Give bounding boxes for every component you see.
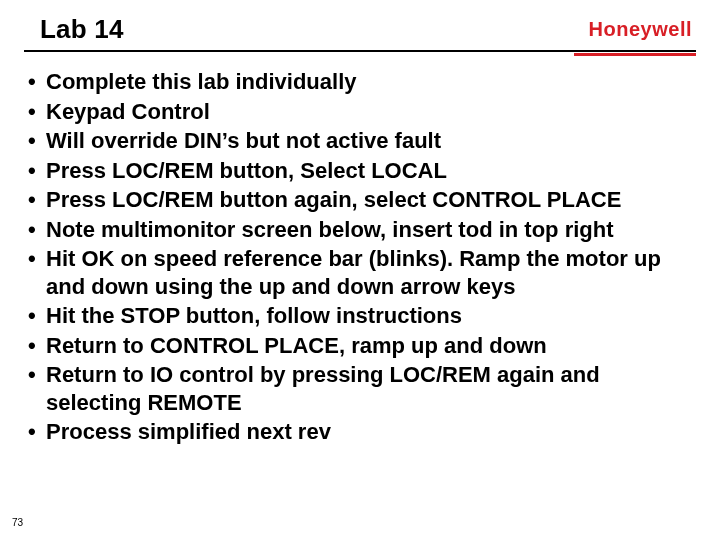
brand-wordmark: Honeywell [589, 18, 692, 41]
page-title: Lab 14 [40, 14, 124, 45]
bullet-list: Complete this lab individually Keypad Co… [28, 68, 692, 446]
list-item: Keypad Control [28, 98, 692, 126]
list-item: Process simplified next rev [28, 418, 692, 446]
list-item: Will override DIN’s but not active fault [28, 127, 692, 155]
list-item: Press LOC/REM button, Select LOCAL [28, 157, 692, 185]
header: Lab 14 Honeywell [0, 0, 720, 50]
list-item: Complete this lab individually [28, 68, 692, 96]
list-item: Hit OK on speed reference bar (blinks). … [28, 245, 692, 300]
content: Complete this lab individually Keypad Co… [28, 66, 692, 448]
list-item: Note multimonitor screen below, insert t… [28, 216, 692, 244]
page-number: 73 [12, 517, 23, 528]
divider-dark [24, 50, 696, 52]
slide: Lab 14 Honeywell Complete this lab indiv… [0, 0, 720, 540]
list-item: Press LOC/REM button again, select CONTR… [28, 186, 692, 214]
list-item: Return to CONTROL PLACE, ramp up and dow… [28, 332, 692, 360]
list-item: Hit the STOP button, follow instructions [28, 302, 692, 330]
list-item: Return to IO control by pressing LOC/REM… [28, 361, 692, 416]
divider-accent [574, 53, 696, 56]
